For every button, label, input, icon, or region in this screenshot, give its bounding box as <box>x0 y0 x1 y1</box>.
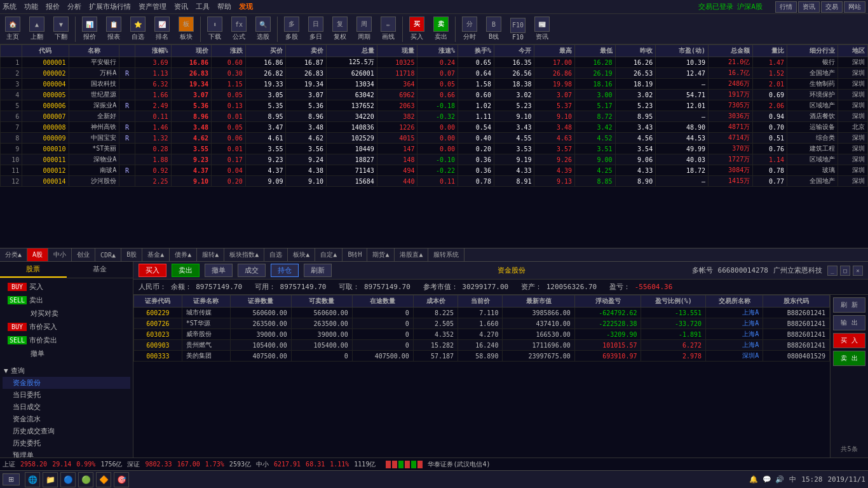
tab-convert-sys[interactable]: 服转系统 <box>428 248 465 262</box>
action-sell-btn[interactable]: 卖出 <box>172 264 200 277</box>
trade-pair[interactable]: 对买对卖 <box>3 308 130 320</box>
tool-minute[interactable]: 分 分时 <box>459 17 480 41</box>
tool-f10[interactable]: F10 F10 <box>508 18 528 41</box>
tool-sell[interactable]: 卖 卖出 <box>431 17 451 41</box>
holdings-row[interactable]: 603023 威帝股份 39000.00 39000.00 0 4.352 4.… <box>134 329 830 340</box>
query-flow[interactable]: 资金流水 <box>3 413 130 425</box>
holdings-row[interactable]: 600726 *ST华源 263500.00 263500.00 0 2.505… <box>134 318 830 329</box>
tab-category[interactable]: 分类▲ <box>0 248 27 262</box>
win-minimize[interactable]: _ <box>827 266 837 276</box>
tool-watchlist[interactable]: ⭐ 自选 <box>128 17 148 41</box>
left-tab-fund[interactable]: 基金 <box>67 262 133 278</box>
query-capital[interactable]: 资金股份 <box>3 377 130 389</box>
taskbar-icon-6[interactable]: 🎯 <box>114 472 129 487</box>
tool-multistock[interactable]: 多 多股 <box>281 17 302 41</box>
holdings-row[interactable]: 000333 美的集团 407500.00 0 407500.00 57.187… <box>134 351 830 362</box>
taskbar-icon-2[interactable]: 📁 <box>43 472 58 487</box>
tool-draw[interactable]: ✏ 画线 <box>378 17 398 41</box>
tab-block-index[interactable]: 板块指数▲ <box>224 248 264 262</box>
trade-cancel[interactable]: 撤单 <box>3 348 130 360</box>
action-holdings-btn[interactable]: 持仓 <box>271 264 299 277</box>
tool-rank[interactable]: 📈 排名 <box>152 17 172 41</box>
start-button[interactable]: ⊞ <box>3 473 20 485</box>
action-buy-btn[interactable]: 买入 <box>139 264 166 277</box>
tool-home[interactable]: 🏠 主页 <box>3 17 23 41</box>
tool-news-tb[interactable]: 📰 资讯 <box>532 17 552 41</box>
tab-hk[interactable]: 港股直▲ <box>395 248 428 262</box>
menu-func[interactable]: 功能 <box>24 2 38 11</box>
tab-b-stock[interactable]: B股 <box>121 248 142 262</box>
tool-select[interactable]: 🔍 选股 <box>253 17 273 41</box>
win-maximize[interactable]: □ <box>840 266 850 276</box>
taskbar-icon-4[interactable]: 🟢 <box>78 472 93 487</box>
tab-b-to-h[interactable]: B转H <box>342 248 367 262</box>
tool-formula[interactable]: fx 公式 <box>229 17 249 41</box>
nav-news[interactable]: 资讯 <box>798 1 820 13</box>
holdings-row[interactable]: 600903 贵州燃气 105400.00 105400.00 0 15.282… <box>134 340 830 351</box>
query-today-order[interactable]: 当日委托 <box>3 389 130 401</box>
tab-cdr[interactable]: CDR▲ <box>95 248 121 262</box>
trade-market-buy[interactable]: BUY 市价买入 <box>3 321 130 333</box>
menu-analysis[interactable]: 分析 <box>67 2 81 11</box>
taskbar-icon-3[interactable]: 🔵 <box>60 472 76 487</box>
tab-startup[interactable]: 创业 <box>72 248 95 262</box>
nav-market[interactable]: 行情 <box>775 1 797 13</box>
tool-up[interactable]: ▲ 上翻 <box>27 17 47 41</box>
table-row[interactable]: 4 000005 世纪星源 1.66 3.07 0.05 3.05 3.07 6… <box>1 90 868 100</box>
table-row[interactable]: 6 000007 全新好 0.11 8.96 0.01 8.95 8.96 34… <box>1 111 868 122</box>
table-row[interactable]: 7 000008 神州高铁 R 1.46 3.48 0.05 3.47 3.48… <box>1 122 868 133</box>
menu-tools[interactable]: 工具 <box>196 2 210 11</box>
side-sell[interactable]: 卖 出 <box>833 351 865 366</box>
menu-news[interactable]: 资讯 <box>174 2 188 11</box>
table-row[interactable]: 9 000010 *ST美丽 0.28 3.55 0.01 3.55 3.56 … <box>1 144 868 154</box>
menu-extend[interactable]: 扩展市场行情 <box>89 2 131 11</box>
win-close[interactable]: × <box>853 266 863 276</box>
side-export[interactable]: 输 出 <box>833 315 865 330</box>
side-buy[interactable]: 买 入 <box>833 333 865 348</box>
table-row[interactable]: 3 000004 国农科技 6.32 19.34 1.15 19.33 19.3… <box>1 79 868 90</box>
tool-report[interactable]: 📋 报表 <box>104 17 124 41</box>
tab-block[interactable]: 板块▲ <box>288 248 315 262</box>
nav-trade[interactable]: 交易 <box>821 1 843 13</box>
table-row[interactable]: 8 000009 中国宝安 R 1.32 4.62 0.06 4.61 4.62… <box>1 133 868 144</box>
table-row[interactable]: 12 000014 沙河股份 2.25 9.10 0.20 9.09 9.10 … <box>1 176 868 187</box>
tab-watchlist[interactable]: 自选 <box>264 248 288 262</box>
tab-futures[interactable]: 期货▲ <box>367 248 395 262</box>
action-refresh-btn[interactable]: 刷新 <box>304 264 332 277</box>
tab-convert[interactable]: 服转▲ <box>197 248 224 262</box>
taskbar-icon-5[interactable]: 🔶 <box>96 472 111 487</box>
table-row[interactable]: 5 000006 深振业A R 2.49 5.36 0.13 5.35 5.36… <box>1 100 868 111</box>
query-preorder[interactable]: 预埋单 <box>3 449 130 458</box>
menu-quote[interactable]: 报价 <box>46 2 60 11</box>
holdings-row[interactable]: 600229 城市传媒 560600.00 560600.00 0 8.225 … <box>134 308 830 318</box>
tool-quote[interactable]: 📊 报价 <box>79 17 100 41</box>
menu-help[interactable]: 帮助 <box>217 2 231 11</box>
table-row[interactable]: 2 000002 万科A R 1.13 26.83 0.30 26.82 26.… <box>1 68 868 79</box>
trade-buy[interactable]: BUY 买入 <box>3 281 130 293</box>
tab-custom[interactable]: 自定▲ <box>315 248 342 262</box>
taskbar-icon-1[interactable]: 🌐 <box>25 472 40 487</box>
table-row[interactable]: 10 000011 深物业A 1.88 9.23 0.17 9.23 9.24 … <box>1 154 868 165</box>
tool-bline[interactable]: B B线 <box>484 17 504 41</box>
query-toggle[interactable]: ▼ 查询 <box>3 365 130 377</box>
side-refresh[interactable]: 刷 新 <box>833 297 865 313</box>
menu-assets[interactable]: 资产管理 <box>139 2 166 11</box>
query-today-trade[interactable]: 当日成交 <box>3 401 130 413</box>
menu-system[interactable]: 系统 <box>3 2 17 11</box>
tab-small[interactable]: 中小 <box>48 248 72 262</box>
tab-a-stock[interactable]: A股 <box>27 248 48 262</box>
trade-market-sell[interactable]: SELL 市价卖出 <box>3 334 130 346</box>
left-tab-stock[interactable]: 股票 <box>0 262 67 278</box>
trade-sell[interactable]: SELL 卖出 <box>3 294 130 306</box>
table-row[interactable]: 1 000001 平安银行 3.69 16.86 0.60 16.86 16.8… <box>1 57 868 68</box>
query-history-trade[interactable]: 历史成交查询 <box>3 425 130 437</box>
nav-website[interactable]: 网站 <box>844 1 865 13</box>
tab-fund[interactable]: 基金▲ <box>142 248 170 262</box>
tool-buy[interactable]: 买 买入 <box>407 17 427 41</box>
query-history-order[interactable]: 历史委托 <box>3 437 130 449</box>
action-deal-btn[interactable]: 成交 <box>238 264 266 277</box>
tool-fuquan[interactable]: 复 复权 <box>330 17 350 41</box>
action-cancel-btn[interactable]: 撤单 <box>205 264 233 277</box>
tool-period[interactable]: 周 周期 <box>354 17 374 41</box>
menu-discover[interactable]: 发现 <box>239 2 253 11</box>
